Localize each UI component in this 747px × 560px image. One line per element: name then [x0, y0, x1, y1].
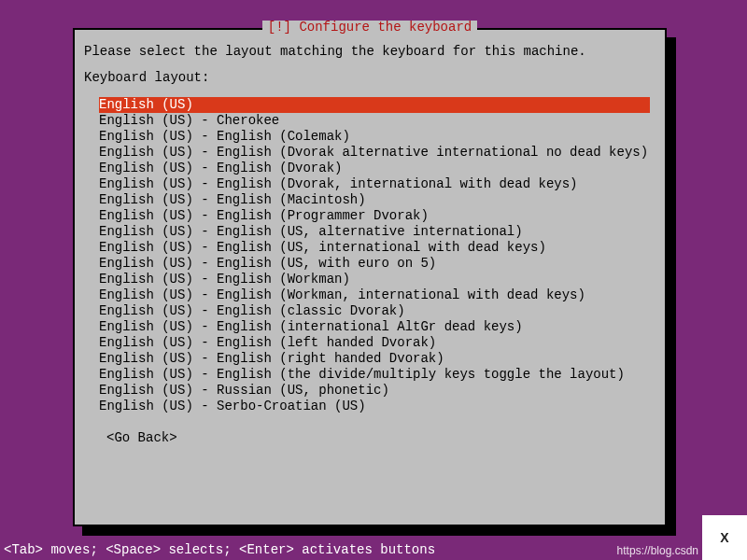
watermark-logo: X — [702, 515, 747, 560]
layout-option[interactable]: English (US) - Cherokee — [99, 113, 650, 129]
layout-option[interactable]: English (US) - Serbo-Croatian (US) — [99, 399, 650, 414]
layout-option[interactable]: English (US) - English (Macintosh) — [99, 192, 650, 208]
layout-option[interactable]: English (US) - English (right handed Dvo… — [99, 351, 650, 367]
go-back-button[interactable]: <Go Back> — [106, 430, 177, 445]
layout-option[interactable]: English (US) - English (US, internationa… — [99, 240, 650, 256]
layout-option[interactable]: English (US) - English (the divide/multi… — [99, 367, 650, 383]
installer-screen: [!] Configure the keyboard Please select… — [0, 0, 747, 560]
layout-option[interactable]: English (US) - English (Workman) — [99, 272, 650, 287]
layout-option[interactable]: English (US) - English (US, alternative … — [99, 224, 650, 240]
watermark-url: https://blog.csdn — [617, 545, 698, 556]
layout-option[interactable]: English (US) - English (US, with euro on… — [99, 256, 650, 272]
layout-option[interactable]: English (US) - English (Programmer Dvora… — [99, 208, 650, 224]
layout-option[interactable]: English (US) - English (international Al… — [99, 319, 650, 335]
dialog-prompt: Please select the layout matching the ke… — [84, 45, 655, 58]
keyboard-layout-label: Keyboard layout: — [84, 71, 655, 84]
configure-keyboard-dialog: [!] Configure the keyboard Please select… — [73, 28, 667, 526]
layout-option[interactable]: English (US) - English (Colemak) — [99, 129, 650, 145]
watermark-logo-text: X — [720, 531, 728, 544]
layout-option[interactable]: English (US) - Russian (US, phonetic) — [99, 383, 650, 399]
layout-option[interactable]: English (US) - English (left handed Dvor… — [99, 335, 650, 351]
help-bar: <Tab> moves; <Space> selects; <Enter> ac… — [4, 543, 435, 556]
layout-option[interactable]: English (US) - English (Dvorak) — [99, 161, 650, 176]
layout-option[interactable]: English (US) - English (classic Dvorak) — [99, 303, 650, 319]
layout-option[interactable]: English (US) - English (Workman, interna… — [99, 287, 650, 303]
layout-option[interactable]: English (US) — [99, 97, 650, 113]
layout-option[interactable]: English (US) - English (Dvorak alternati… — [99, 145, 650, 161]
keyboard-layout-list[interactable]: English (US)English (US) - CherokeeEngli… — [99, 97, 650, 414]
layout-option[interactable]: English (US) - English (Dvorak, internat… — [99, 176, 650, 192]
dialog-content: Please select the layout matching the ke… — [75, 30, 665, 454]
